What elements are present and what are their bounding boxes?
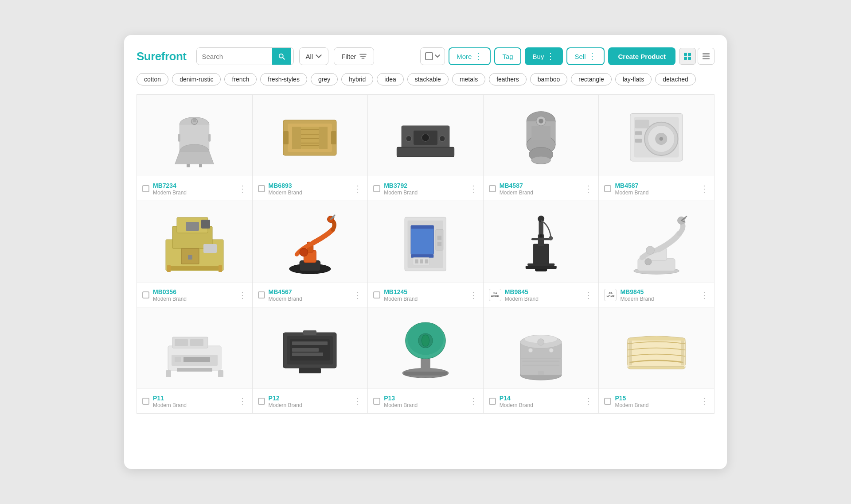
product-info: P13Modern Brand — [384, 394, 465, 408]
product-footer: MB6893Modern Brand⋮ — [253, 176, 368, 201]
tag-button[interactable]: Tag — [494, 47, 521, 65]
product-context-menu[interactable]: ⋮ — [700, 290, 709, 300]
create-product-button[interactable]: Create Product — [608, 47, 675, 65]
product-image-area[interactable] — [599, 95, 714, 176]
product-checkbox[interactable] — [604, 185, 611, 192]
tag-pill-fresh-styles[interactable]: fresh-styles — [260, 73, 307, 85]
grid-view-button[interactable] — [679, 48, 696, 65]
filter-button[interactable]: Filter — [334, 47, 374, 65]
product-id[interactable]: MB4587 — [615, 182, 638, 189]
product-context-menu[interactable]: ⋮ — [469, 290, 478, 300]
product-id[interactable]: P13 — [384, 395, 395, 402]
sell-dots-icon: ⋮ — [588, 51, 597, 61]
tag-pill-stackable[interactable]: stackable — [407, 73, 449, 85]
product-id[interactable]: P15 — [615, 395, 626, 402]
product-context-menu[interactable]: ⋮ — [353, 290, 362, 300]
chevron-down-icon-select — [435, 54, 440, 58]
product-checkbox[interactable] — [142, 185, 149, 192]
products-grid: MB7234Modern Brand⋮ MB6893Modern Brand⋮ … — [137, 94, 714, 414]
product-id[interactable]: MB9845 — [505, 288, 528, 295]
product-image-area[interactable] — [253, 307, 368, 388]
product-image-area[interactable] — [368, 201, 483, 282]
tag-pill-bamboo[interactable]: bamboo — [530, 73, 568, 85]
product-id[interactable]: MB7234 — [153, 182, 176, 189]
product-image-area[interactable] — [253, 95, 368, 176]
product-id[interactable]: MB4587 — [500, 182, 523, 189]
tag-pill-feathers[interactable]: feathers — [489, 73, 527, 85]
product-context-menu[interactable]: ⋮ — [238, 183, 247, 194]
tag-pill-metals[interactable]: metals — [452, 73, 485, 85]
product-image-area[interactable] — [253, 201, 368, 282]
product-brand: Modern Brand — [269, 402, 350, 408]
tag-pill-grey[interactable]: grey — [311, 73, 338, 85]
tag-pill-lay-flats[interactable]: lay-flats — [615, 73, 652, 85]
svg-rect-79 — [437, 242, 441, 246]
product-id[interactable]: P14 — [500, 395, 511, 402]
product-id[interactable]: MB9845 — [620, 288, 644, 295]
all-dropdown[interactable]: All — [299, 47, 329, 65]
product-id[interactable]: MB1245 — [384, 288, 407, 295]
product-context-menu[interactable]: ⋮ — [584, 290, 593, 300]
product-footer: JIAHOMEMB9845Modern Brand⋮ — [599, 282, 714, 307]
product-context-menu[interactable]: ⋮ — [353, 183, 362, 194]
product-context-menu[interactable]: ⋮ — [238, 396, 247, 407]
product-image-area[interactable] — [137, 201, 252, 282]
product-id[interactable]: MB3792 — [384, 182, 407, 189]
svg-rect-19 — [208, 134, 211, 142]
product-checkbox[interactable] — [604, 398, 611, 405]
filter-icon — [359, 53, 367, 59]
product-checkbox[interactable] — [258, 291, 265, 299]
product-footer: MB4587Modern Brand⋮ — [484, 176, 599, 201]
product-brand: Modern Brand — [269, 190, 350, 196]
product-image-area[interactable] — [599, 201, 714, 282]
product-id[interactable]: MB4567 — [269, 288, 292, 295]
tag-pill-detached[interactable]: detached — [655, 73, 696, 85]
product-context-menu[interactable]: ⋮ — [584, 396, 593, 407]
product-checkbox[interactable] — [258, 398, 265, 405]
product-context-menu[interactable]: ⋮ — [469, 396, 478, 407]
select-all-dropdown[interactable] — [420, 47, 445, 65]
product-id[interactable]: MB6893 — [269, 182, 292, 189]
product-image-area[interactable] — [368, 307, 483, 388]
tag-pill-french[interactable]: french — [224, 73, 257, 85]
product-context-menu[interactable]: ⋮ — [238, 290, 247, 300]
product-context-menu[interactable]: ⋮ — [700, 183, 709, 194]
svg-rect-61 — [203, 244, 217, 253]
product-id[interactable]: P11 — [153, 395, 164, 402]
product-checkbox[interactable] — [142, 291, 149, 299]
tag-pill-cotton[interactable]: cotton — [137, 73, 168, 85]
product-checkbox[interactable] — [142, 398, 149, 405]
product-image-area[interactable] — [137, 95, 252, 176]
product-image-area[interactable] — [484, 95, 599, 176]
list-view-button[interactable] — [698, 48, 714, 65]
search-input[interactable] — [197, 48, 272, 65]
product-image-area[interactable] — [484, 307, 599, 388]
tag-pill-denim-rustic[interactable]: denim-rustic — [172, 73, 221, 85]
tag-pill-idea[interactable]: idea — [377, 73, 403, 85]
buy-button[interactable]: Buy ⋮ — [525, 47, 563, 65]
search-button[interactable] — [272, 47, 291, 65]
tag-pill-hybrid[interactable]: hybrid — [341, 73, 373, 85]
svg-rect-74 — [411, 225, 433, 254]
product-image-area[interactable] — [137, 307, 252, 388]
product-image-area[interactable] — [368, 95, 483, 176]
product-id[interactable]: MB0356 — [153, 288, 176, 295]
sell-button[interactable]: Sell ⋮ — [566, 47, 605, 65]
product-context-menu[interactable]: ⋮ — [700, 396, 709, 407]
product-checkbox[interactable] — [258, 185, 265, 192]
product-info: MB4587Modern Brand — [500, 182, 581, 196]
product-context-menu[interactable]: ⋮ — [353, 396, 362, 407]
product-checkbox[interactable] — [373, 398, 380, 405]
product-context-menu[interactable]: ⋮ — [584, 183, 593, 194]
product-checkbox[interactable] — [489, 398, 496, 405]
product-checkbox[interactable] — [373, 185, 380, 192]
product-id[interactable]: P12 — [269, 395, 280, 402]
product-checkbox[interactable] — [373, 291, 380, 299]
product-image-area[interactable] — [599, 307, 714, 388]
product-checkbox[interactable] — [489, 185, 496, 192]
tag-pill-rectangle[interactable]: rectangle — [571, 73, 612, 85]
product-image-area[interactable] — [484, 201, 599, 282]
product-context-menu[interactable]: ⋮ — [469, 183, 478, 194]
brand-logo: JIAHOME — [604, 289, 617, 301]
more-button[interactable]: More ⋮ — [449, 47, 491, 65]
